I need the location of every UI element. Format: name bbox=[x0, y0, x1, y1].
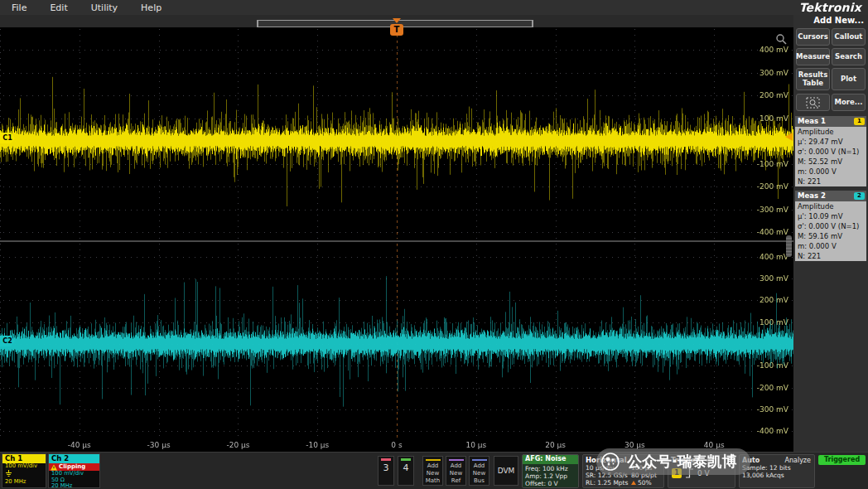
search-button[interactable]: Search bbox=[832, 48, 866, 65]
cursors-button[interactable]: Cursors bbox=[796, 28, 830, 46]
math-color-chip bbox=[426, 459, 441, 461]
tektronix-logo: Tektronix bbox=[799, 1, 861, 14]
trigger-level-marker[interactable] bbox=[785, 133, 793, 141]
horizontal-position: 50% bbox=[638, 479, 652, 487]
afg-freq: Freq: 100 kHz bbox=[523, 465, 578, 472]
oscilloscope-app: File Edit Utility Help Tektronix Wavefor… bbox=[0, 0, 868, 489]
meas1-mean: μ': 29.47 mV bbox=[795, 137, 866, 147]
ch2-badge[interactable]: Ch 2 Clipping 100 mV/div 50 Ω 20 MHz bbox=[48, 453, 100, 488]
meas2-mean: μ': 10.09 mV bbox=[795, 211, 866, 221]
meas1-source-badge: 1 bbox=[854, 118, 865, 125]
meas1-header: Meas 1 1 bbox=[795, 116, 866, 127]
meas1-max: M: 52.52 mV bbox=[795, 157, 866, 167]
acquisition-sample: Sample: 12 bits bbox=[740, 464, 814, 472]
afg-offset: Offset: 0 V bbox=[523, 480, 578, 487]
acquisition-count: 13,006 kAcqs bbox=[740, 472, 814, 479]
ch3-button[interactable]: 3 bbox=[378, 456, 394, 486]
watermark: 公众号·瑞泰凯博 bbox=[596, 448, 750, 475]
meas1-type: Amplitude bbox=[795, 127, 866, 137]
slice-resize-handle[interactable] bbox=[786, 235, 792, 257]
ch2-bandwidth: 20 MHz bbox=[49, 483, 99, 488]
meas2-max: M: 59.16 mV bbox=[795, 231, 866, 241]
waveform-display[interactable] bbox=[0, 27, 793, 452]
afg-amp: Amp: 1.2 Vpp bbox=[523, 472, 578, 480]
ch1-bandwidth: 20 MHz bbox=[2, 479, 46, 486]
callout-button[interactable]: Callout bbox=[832, 28, 866, 46]
ref-color-chip bbox=[449, 459, 464, 461]
ch1-scale: 100 mV/div bbox=[2, 463, 46, 470]
screen-capture-icon bbox=[806, 97, 820, 109]
ground-icon bbox=[5, 470, 12, 477]
watermark-text: 公众号·瑞泰凯博 bbox=[627, 452, 737, 472]
meas2-count: N: 221 bbox=[795, 251, 866, 261]
meas2-source-badge: 2 bbox=[854, 192, 865, 200]
meas1-stdev: σ': 0.000 V (N=1) bbox=[795, 147, 866, 157]
add-new-ref-label: Add New Ref bbox=[446, 462, 465, 485]
meas2-title: Meas 2 bbox=[798, 191, 826, 200]
add-new-ref-button[interactable]: Add New Ref bbox=[446, 456, 466, 486]
meas1-title: Meas 1 bbox=[798, 117, 826, 125]
ch3-color-chip bbox=[381, 458, 391, 461]
triggered-status-badge: Triggered bbox=[818, 455, 866, 465]
acquisition-analyze: Analyze bbox=[784, 457, 811, 464]
add-new-button[interactable]: Add New... bbox=[813, 16, 864, 25]
zoom-icon[interactable] bbox=[775, 33, 788, 46]
meas2-header: Meas 2 2 bbox=[795, 191, 866, 201]
dvm-button-label: DVM bbox=[498, 467, 515, 475]
ch2-badge-header: Ch 2 bbox=[49, 454, 99, 463]
meas2-badge-panel[interactable]: Meas 2 2 Amplitude μ': 10.09 mV σ': 0.00… bbox=[795, 191, 866, 261]
meas2-min: m: 0.000 V bbox=[795, 241, 866, 251]
meas1-count: N: 221 bbox=[795, 177, 866, 186]
watermark-logo-icon bbox=[600, 452, 620, 472]
ch4-color-chip bbox=[401, 458, 411, 461]
ch4-button-label: 4 bbox=[398, 462, 413, 473]
dvm-button[interactable]: DVM bbox=[494, 456, 518, 486]
horizontal-rl: RL: 1.25 Mpts bbox=[583, 479, 629, 487]
ch4-button[interactable]: 4 bbox=[398, 456, 414, 486]
meas1-badge-panel[interactable]: Meas 1 1 Amplitude μ': 29.47 mV σ': 0.00… bbox=[795, 116, 866, 186]
more-button[interactable]: More... bbox=[832, 94, 866, 111]
trigger-position-arrow-icon bbox=[393, 18, 401, 23]
meas2-stdev: σ': 0.000 V (N=1) bbox=[795, 221, 866, 231]
horizontal-pos-row: 50% bbox=[629, 479, 657, 487]
screen-capture-button[interactable] bbox=[796, 94, 830, 111]
bus-color-chip bbox=[472, 459, 487, 461]
position-icon bbox=[631, 481, 636, 485]
menu-bar: File Edit Utility Help bbox=[0, 0, 868, 15]
ch3-button-label: 3 bbox=[379, 462, 393, 473]
add-new-bus-button[interactable]: Add New Bus bbox=[469, 456, 489, 486]
measure-button[interactable]: Measure bbox=[796, 48, 830, 65]
trigger-position-marker[interactable]: T bbox=[390, 24, 403, 36]
ch1-badge[interactable]: Ch 1 100 mV/div 20 MHz bbox=[2, 453, 46, 488]
plot-button[interactable]: Plot bbox=[832, 68, 866, 90]
add-new-bus-label: Add New Bus bbox=[470, 462, 489, 485]
meas2-type: Amplitude bbox=[795, 201, 866, 211]
right-control-panel: Add New... Cursors Callout Measure Searc… bbox=[793, 15, 868, 452]
add-new-math-button[interactable]: Add New Math bbox=[422, 456, 443, 486]
menu-edit[interactable]: Edit bbox=[50, 2, 67, 13]
menu-file[interactable]: File bbox=[12, 2, 27, 13]
meas1-min: m: 0.000 V bbox=[795, 167, 866, 177]
afg-badge[interactable]: AFG: Noise Freq: 100 kHz Amp: 1.2 Vpp Of… bbox=[522, 454, 579, 488]
menu-help[interactable]: Help bbox=[141, 2, 162, 13]
afg-title: AFG: Noise bbox=[523, 455, 578, 464]
add-new-math-label: Add New Math bbox=[423, 462, 442, 485]
menu-utility[interactable]: Utility bbox=[91, 2, 118, 13]
results-table-button[interactable]: Results Table bbox=[796, 68, 830, 90]
